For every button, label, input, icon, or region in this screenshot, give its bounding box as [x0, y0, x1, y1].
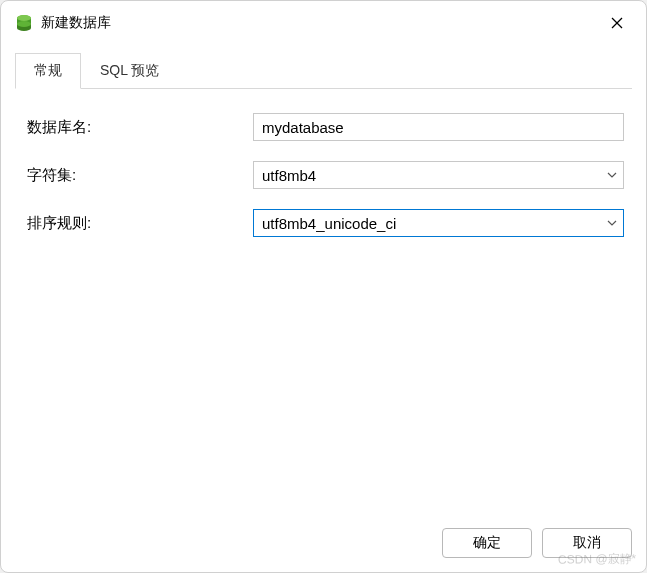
tab-bar: 常规 SQL 预览 — [1, 53, 646, 89]
dialog-title: 新建数据库 — [41, 14, 602, 32]
database-icon — [15, 14, 33, 32]
titlebar: 新建数据库 — [1, 1, 646, 43]
tab-sql-preview[interactable]: SQL 预览 — [81, 53, 178, 89]
database-name-input[interactable] — [253, 113, 624, 141]
charset-label: 字符集: — [23, 166, 253, 185]
tab-content: 数据库名: 字符集: utf8mb4 排序规则: — [15, 88, 632, 516]
close-icon — [611, 17, 623, 29]
row-database-name: 数据库名: — [23, 113, 624, 141]
chevron-down-icon — [607, 220, 617, 226]
tab-general[interactable]: 常规 — [15, 53, 81, 89]
charset-value: utf8mb4 — [262, 167, 599, 184]
ok-button[interactable]: 确定 — [442, 528, 532, 558]
chevron-down-icon — [607, 172, 617, 178]
cancel-button[interactable]: 取消 — [542, 528, 632, 558]
svg-point-1 — [17, 15, 31, 21]
svg-point-2 — [17, 21, 31, 27]
new-database-dialog: 新建数据库 常规 SQL 预览 数据库名: 字符集: utf8 — [0, 0, 647, 573]
form-area: 数据库名: 字符集: utf8mb4 排序规则: — [15, 89, 632, 237]
close-button[interactable] — [602, 8, 632, 38]
collation-label: 排序规则: — [23, 214, 253, 233]
row-charset: 字符集: utf8mb4 — [23, 161, 624, 189]
charset-select[interactable]: utf8mb4 — [253, 161, 624, 189]
collation-value: utf8mb4_unicode_ci — [262, 215, 599, 232]
database-name-label: 数据库名: — [23, 118, 253, 137]
button-bar: 确定 取消 — [1, 516, 646, 572]
collation-select[interactable]: utf8mb4_unicode_ci — [253, 209, 624, 237]
row-collation: 排序规则: utf8mb4_unicode_ci — [23, 209, 624, 237]
